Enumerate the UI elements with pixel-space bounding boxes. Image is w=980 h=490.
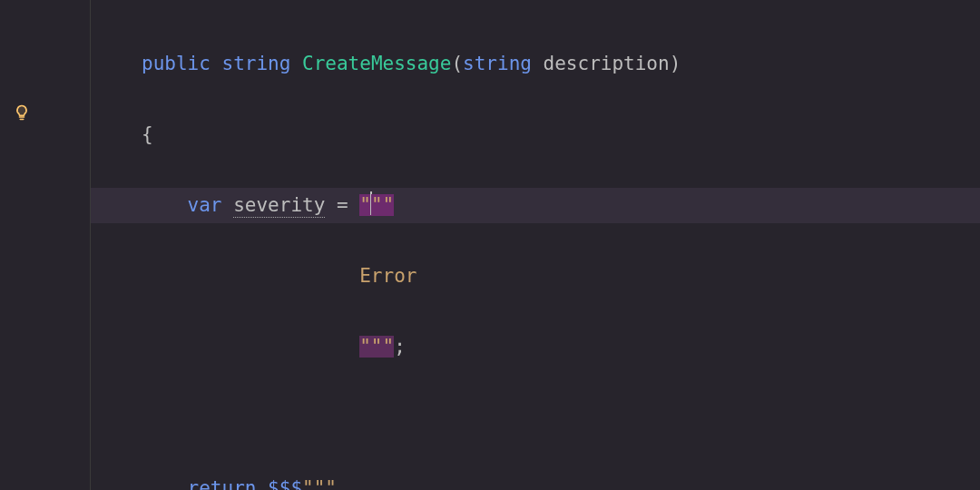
string-quote-close: """ [359,336,394,358]
param-name: description [544,53,670,74]
space [256,477,268,490]
code-line[interactable]: return $$$""" [91,471,980,490]
code-line[interactable]: { [91,117,980,152]
lightbulb-icon[interactable] [13,98,31,116]
semicolon: ; [394,336,406,358]
keyword-var: var [188,194,222,216]
string-content: Error [359,265,416,287]
string-quote-mid: "" [371,194,394,216]
code-line[interactable] [91,400,980,436]
brace-open: { [142,123,153,145]
keyword-string: string [222,53,291,74]
blank [142,407,153,428]
keyword-return: return [188,477,257,490]
code-line[interactable]: """; [91,329,980,365]
assign: = [325,194,359,216]
gutter [0,0,91,490]
raw-string-open: """ [302,477,337,490]
paren-open: ( [451,53,463,74]
code-line[interactable]: Error [91,259,980,294]
code-line-current[interactable]: var severity = """ [91,188,980,223]
code-area[interactable]: public string CreateMessage(string descr… [91,0,980,490]
code-editor[interactable]: public string CreateMessage(string descr… [0,0,980,490]
paren-close: ) [670,53,681,74]
interpolation-dollars: $$$ [268,477,302,490]
param-type: string [463,53,532,74]
code-line[interactable]: public string CreateMessage(string descr… [91,46,980,82]
method-name: CreateMessage [302,53,451,74]
keyword-public: public [142,53,211,74]
local-severity: severity [233,194,325,218]
